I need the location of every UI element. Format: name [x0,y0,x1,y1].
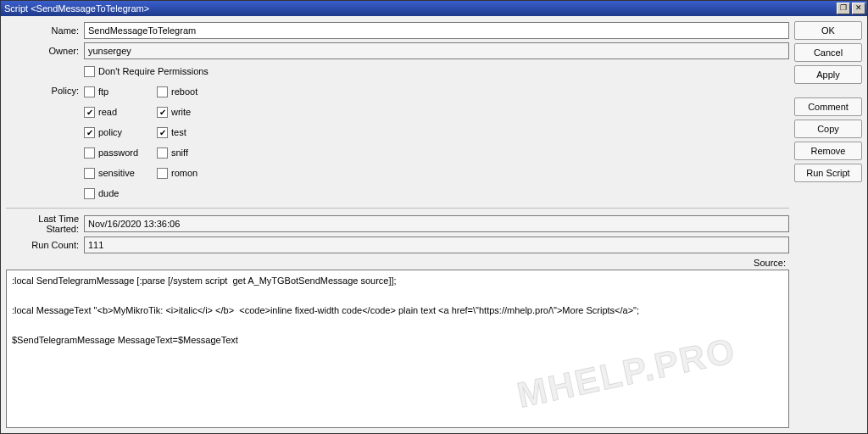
owner-label: Owner: [6,46,84,56]
restore-button[interactable]: ❐ [837,3,850,14]
script-window: Script <SendMessageToTelegram> ❐ ✕ Name:… [0,0,868,434]
apply-button[interactable]: Apply [794,65,862,84]
policy-grid: ftp reboot ✔read ✔write ✔policy ✔test pa… [84,82,225,203]
policy-reboot[interactable]: reboot [157,82,225,101]
policy-read[interactable]: ✔read [84,103,152,121]
window-title: Script <SendMessageToTelegram> [4,3,149,14]
dont-require-label: Don't Require Permissions [98,66,209,76]
policy-label: Policy: [6,82,84,96]
policy-write[interactable]: ✔write [157,103,225,121]
run-script-button[interactable]: Run Script [794,164,862,182]
owner-input [84,42,789,59]
name-input[interactable] [84,22,789,39]
dont-require-row[interactable]: Don't Require Permissions [84,62,209,81]
run-count-value [84,236,789,253]
last-time-label: Last Time Started: [6,214,84,234]
policy-dude[interactable]: dude [84,184,152,203]
separator [6,208,789,209]
copy-button[interactable]: Copy [794,120,862,138]
titlebar: Script <SendMessageToTelegram> ❐ ✕ [1,1,867,16]
policy-romon[interactable]: romon [157,164,225,182]
source-editor[interactable]: MHELP.PRO :local SendTelegramMessage [:p… [6,270,789,428]
button-column: OK Cancel Apply Comment Copy Remove Run … [794,21,862,428]
name-label: Name: [6,25,84,36]
form-area: Name: Owner: Don't Require Permissions P… [6,21,789,428]
titlebar-buttons: ❐ ✕ [837,3,865,14]
run-count-label: Run Count: [6,240,84,250]
last-time-value [84,215,789,232]
cancel-button[interactable]: Cancel [794,43,862,62]
policy-sniff[interactable]: sniff [157,143,225,162]
policy-password[interactable]: password [84,143,152,162]
policy-sensitive[interactable]: sensitive [84,164,152,182]
policy-policy[interactable]: ✔policy [84,123,152,142]
dont-require-checkbox[interactable] [84,66,95,77]
source-text[interactable]: :local SendTelegramMessage [:parse [/sys… [7,270,788,352]
close-button[interactable]: ✕ [852,3,865,14]
policy-test[interactable]: ✔test [157,123,225,142]
source-label: Source: [6,258,789,268]
content: Name: Owner: Don't Require Permissions P… [1,16,867,433]
ok-button[interactable]: OK [794,21,862,40]
comment-button[interactable]: Comment [794,97,862,116]
remove-button[interactable]: Remove [794,142,862,160]
policy-ftp[interactable]: ftp [84,82,152,101]
